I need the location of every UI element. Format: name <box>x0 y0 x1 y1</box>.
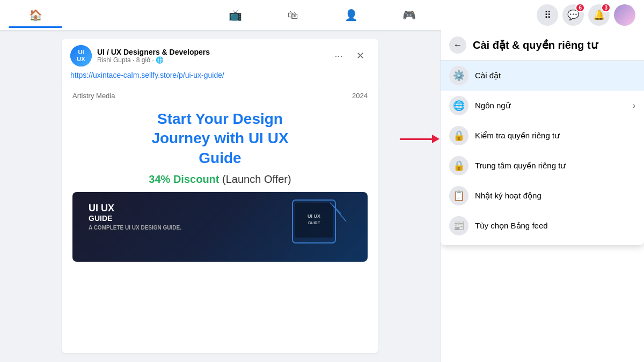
home-icon: 🏠 <box>29 9 42 21</box>
title-line1: Start Your Design <box>157 110 283 127</box>
post-link[interactable]: https://uxintace-calm.sellfy.store/p/ui-… <box>62 71 378 85</box>
mockup-line2: GUIDE <box>89 214 181 223</box>
post-image-header: Artistry Media 2024 <box>62 85 378 104</box>
back-icon: ← <box>453 40 462 50</box>
nav-tab-store[interactable]: 🛍 <box>266 2 320 28</box>
apps-button[interactable]: ⠿ <box>537 4 558 26</box>
post-image-area: Artistry Media 2024 Start Your Design Jo… <box>62 85 378 262</box>
menu-item-language-left: 🌐 Ngôn ngữ <box>449 96 511 115</box>
settings-dropdown: ← Cài đặt & quyền riêng tư ⚙️ Cài đặt 🌐 … <box>441 30 644 245</box>
avatar-initials: UIUX <box>70 45 92 67</box>
menu-item-privacy-check[interactable]: 🔒 Kiểm tra quyền riêng tư <box>441 121 644 151</box>
language-icon: 🌐 <box>449 96 469 115</box>
menu-item-feed-options-left: 📰 Tùy chọn Bảng feed <box>449 216 548 235</box>
post-headline: Start Your Design Journey with UI UX Gui… <box>78 109 362 168</box>
nav-tab-gaming[interactable]: 🎮 <box>382 2 436 28</box>
dropdown-title: Cài đặt & quyền riêng tư <box>473 39 598 51</box>
post-image-title: Start Your Design Journey with UI UX Gui… <box>62 104 378 173</box>
svg-text:GUIDE: GUIDE <box>308 221 320 225</box>
activity-log-icon: 📋 <box>449 186 469 205</box>
activity-log-label: Nhật ký hoạt động <box>475 191 541 201</box>
svg-text:UI UX: UI UX <box>308 213 320 219</box>
dropdown-header: ← Cài đặt & quyền riêng tư <box>441 30 644 61</box>
nav-tab-profile[interactable]: 👤 <box>324 2 378 28</box>
red-arrow-indicator <box>400 135 440 143</box>
mockup-line1: UI UX <box>89 203 181 214</box>
post-author-name[interactable]: UI / UX Designers & Developers <box>97 48 210 56</box>
mockup-tablet-svg: UI UX GUIDE <box>287 197 352 246</box>
top-navigation: 🏠 📺 🛍 👤 🎮 ⠿ 💬 6 🔔 3 <box>0 0 644 30</box>
profile-icon: 👤 <box>345 9 358 21</box>
post-card: UIUX UI / UX Designers & Developers Rish… <box>62 39 378 353</box>
nav-tab-home[interactable]: 🏠 <box>9 2 62 28</box>
privacy-center-icon: 🔒 <box>449 156 469 175</box>
post-header-left: UIUX UI / UX Designers & Developers Rish… <box>70 45 210 67</box>
notifications-badge: 3 <box>601 3 611 12</box>
right-panel: ← Cài đặt & quyền riêng tư ⚙️ Cài đặt 🌐 … <box>440 30 644 362</box>
arrow-head <box>432 135 440 143</box>
apps-icon: ⠿ <box>544 9 551 21</box>
post-meta: UI / UX Designers & Developers Rishi Gup… <box>97 48 210 64</box>
mockup-line3: A COMPLETE UI UX DESIGN GUIDE. <box>89 225 181 231</box>
feed-area: UIUX UI / UX Designers & Developers Rish… <box>0 30 440 362</box>
svg-rect-1 <box>295 203 333 238</box>
arrow-line <box>400 138 432 140</box>
feed-options-label: Tùy chọn Bảng feed <box>475 221 548 231</box>
discount-amount: 34% Discount <box>149 173 219 185</box>
privacy-check-icon: 🔒 <box>449 126 469 145</box>
nav-left: 🏠 <box>9 2 62 28</box>
discount-suffix: (Launch Offer) <box>219 173 291 185</box>
post-author-avatar[interactable]: UIUX <box>70 45 92 67</box>
settings-icon: ⚙️ <box>449 66 469 85</box>
nav-center: 📺 🛍 👤 🎮 <box>208 2 436 28</box>
video-icon: 📺 <box>229 9 242 21</box>
title-line2-plain: with UI UX <box>214 130 288 146</box>
post-top-actions: ··· ✕ <box>329 46 370 65</box>
feed-options-icon: 📰 <box>449 216 469 235</box>
post-meta-subtitle: Rishi Gupta · 8 giờ · 🌐 <box>97 56 210 64</box>
title-line3: Guide <box>199 150 241 166</box>
menu-item-settings-left: ⚙️ Cài đặt <box>449 66 501 85</box>
messenger-badge: 6 <box>575 3 585 12</box>
avatar-image <box>614 4 635 26</box>
menu-item-activity-log[interactable]: 📋 Nhật ký hoạt động <box>441 181 644 211</box>
notifications-button[interactable]: 🔔 3 <box>588 4 610 26</box>
language-label: Ngôn ngữ <box>475 101 511 110</box>
post-mockup: UI UX GUIDE A COMPLETE UI UX DESIGN GUID… <box>72 192 368 262</box>
post-discount: 34% Discount (Launch Offer) <box>62 173 378 192</box>
menu-item-activity-log-left: 📋 Nhật ký hoạt động <box>449 186 541 205</box>
title-line2-colored: Journey <box>151 130 210 146</box>
settings-label: Cài đặt <box>475 71 501 80</box>
svg-line-5 <box>333 205 346 221</box>
store-icon: 🛍 <box>288 9 298 21</box>
menu-item-feed-options[interactable]: 📰 Tùy chọn Bảng feed <box>441 211 644 241</box>
brand-label: Artistry Media <box>72 92 115 100</box>
menu-item-privacy-check-left: 🔒 Kiểm tra quyền riêng tư <box>449 126 560 145</box>
post-close-button[interactable]: ✕ <box>350 46 370 65</box>
dropdown-back-button[interactable]: ← <box>449 36 466 54</box>
nav-tab-video[interactable]: 📺 <box>208 2 262 28</box>
menu-item-language[interactable]: 🌐 Ngôn ngữ › <box>441 91 644 121</box>
chevron-right-icon: › <box>633 101 635 110</box>
privacy-center-label: Trung tâm quyền riêng tư <box>475 161 566 171</box>
main-area: UIUX UI / UX Designers & Developers Rish… <box>0 30 644 362</box>
menu-item-privacy-center-left: 🔒 Trung tâm quyền riêng tư <box>449 156 566 175</box>
menu-item-privacy-center[interactable]: 🔒 Trung tâm quyền riêng tư <box>441 151 644 181</box>
user-avatar[interactable] <box>614 4 635 26</box>
messenger-button[interactable]: 💬 6 <box>562 4 584 26</box>
post-header: UIUX UI / UX Designers & Developers Rish… <box>62 39 378 71</box>
privacy-check-label: Kiểm tra quyền riêng tư <box>475 131 560 141</box>
year-label: 2024 <box>352 92 368 100</box>
post-more-button[interactable]: ··· <box>329 46 348 65</box>
mockup-text: UI UX GUIDE A COMPLETE UI UX DESIGN GUID… <box>89 203 181 231</box>
gaming-icon: 🎮 <box>402 9 416 21</box>
nav-right: ⠿ 💬 6 🔔 3 <box>537 4 635 26</box>
menu-item-settings[interactable]: ⚙️ Cài đặt <box>441 61 644 91</box>
